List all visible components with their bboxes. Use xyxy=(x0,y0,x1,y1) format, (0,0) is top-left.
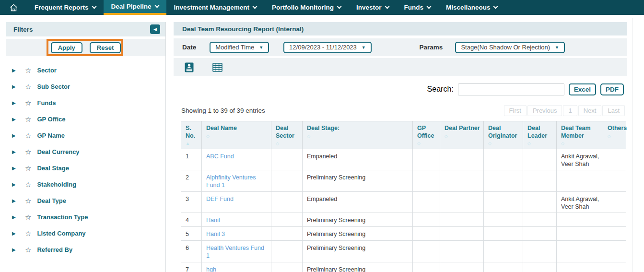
star-icon[interactable]: ☆ xyxy=(25,116,31,123)
column-header-deal-team-member[interactable]: Deal Team Member ◇ xyxy=(557,121,603,149)
star-icon[interactable]: ☆ xyxy=(25,213,31,221)
expand-arrow-icon[interactable]: ▶ xyxy=(12,166,19,171)
sidebar-item-gp-name[interactable]: ▶ ☆ GP Name xyxy=(6,127,165,143)
sidebar-item-funds[interactable]: ▶ ☆ Funds xyxy=(6,95,165,111)
cell-deal-originator xyxy=(484,241,523,262)
pagination-previous[interactable]: Previous xyxy=(527,105,562,116)
star-icon[interactable]: ☆ xyxy=(25,197,31,204)
cell-s-no: 6 xyxy=(181,241,202,262)
nav-item-label: Miscellaneous xyxy=(446,4,490,11)
column-header-label: GP Office xyxy=(417,125,434,139)
sidebar-item-gp-office[interactable]: ▶ ☆ GP Office xyxy=(6,111,165,127)
cell-deal-stage: Empaneled xyxy=(303,149,413,170)
nav-item-funds[interactable]: Funds xyxy=(397,0,439,15)
cell-others xyxy=(603,191,626,213)
column-header-deal-originator[interactable]: Deal Originator ◇ xyxy=(484,121,523,149)
pagination-page-1[interactable]: 1 xyxy=(563,105,577,116)
expand-arrow-icon[interactable]: ▶ xyxy=(12,84,19,89)
column-header-deal-partner[interactable]: Deal Partner ◇ xyxy=(440,121,484,149)
nav-item-deal-pipeline[interactable]: Deal Pipeline xyxy=(104,0,166,15)
expand-arrow-icon[interactable]: ▶ xyxy=(12,231,19,236)
nav-item-frequent-reports[interactable]: Frequent Reports xyxy=(27,0,104,15)
cell-gp-office xyxy=(413,227,440,241)
sidebar-item-listed-company[interactable]: ▶ ☆ Listed Company xyxy=(6,225,165,241)
expand-arrow-icon[interactable]: ▶ xyxy=(12,182,19,187)
expand-arrow-icon[interactable]: ▶ xyxy=(12,247,19,252)
sidebar-item-sector[interactable]: ▶ ☆ Sector xyxy=(6,62,165,78)
resource-report-view-button[interactable] xyxy=(185,62,194,72)
sidebar-item-sub-sector[interactable]: ▶ ☆ Sub Sector xyxy=(6,78,165,95)
star-icon[interactable]: ☆ xyxy=(25,181,31,188)
params-dropdown[interactable]: Stage(No Shadow Or Rejection) ▼ xyxy=(455,42,565,53)
star-icon[interactable]: ☆ xyxy=(25,246,31,253)
expand-arrow-icon[interactable]: ▶ xyxy=(12,149,19,154)
nav-item-label: Investment Management xyxy=(174,4,250,11)
star-icon[interactable]: ☆ xyxy=(25,83,31,90)
table-row: 6 Health Ventures Fund 1 Preliminary Scr… xyxy=(181,241,626,262)
deal-name-link[interactable]: Hanil xyxy=(202,213,271,227)
star-icon[interactable]: ☆ xyxy=(25,230,31,237)
star-icon[interactable]: ☆ xyxy=(25,99,31,106)
nav-item-miscellaneous[interactable]: Miscellaneous xyxy=(438,0,505,15)
pagination-last[interactable]: Last xyxy=(602,105,625,116)
deal-name-link[interactable]: DEF Fund xyxy=(202,191,271,213)
reset-button[interactable]: Reset xyxy=(90,42,121,53)
excel-export-button[interactable]: Excel xyxy=(569,83,596,95)
table-view-button[interactable] xyxy=(212,63,222,72)
column-header-s-no[interactable]: S. No. ▲ xyxy=(181,121,202,149)
nav-item-investment-management[interactable]: Investment Management xyxy=(166,0,265,15)
deal-name-link[interactable]: Alphfinity Ventures Fund 1 xyxy=(202,170,271,192)
sort-icon: ◇ xyxy=(561,141,600,146)
star-icon[interactable]: ☆ xyxy=(25,165,31,172)
params-group: Params Stage(No Shadow Or Rejection) ▼ xyxy=(420,42,565,53)
pagination-first[interactable]: First xyxy=(504,105,527,116)
column-header-deal-sector[interactable]: Deal Sector ◇ xyxy=(271,121,303,149)
cell-s-no: 1 xyxy=(181,149,202,170)
filters-header: Filters ◀ xyxy=(6,22,165,36)
column-header-gp-office[interactable]: GP Office ◇ xyxy=(413,121,440,149)
cell-gp-office xyxy=(413,149,440,170)
expand-arrow-icon[interactable]: ▶ xyxy=(12,68,19,73)
expand-arrow-icon[interactable]: ▶ xyxy=(12,117,19,122)
expand-arrow-icon[interactable]: ▶ xyxy=(12,198,19,203)
cell-deal-sector xyxy=(271,213,303,227)
date-type-dropdown[interactable]: Modified Time ▼ xyxy=(210,42,269,53)
expand-arrow-icon[interactable]: ▶ xyxy=(12,100,19,106)
star-icon[interactable]: ☆ xyxy=(25,132,31,139)
column-header-deal-leader[interactable]: Deal Leader ◇ xyxy=(523,121,557,149)
nav-item-portfolio-monitoring[interactable]: Portfolio Monitoring xyxy=(264,0,349,15)
deal-name-link[interactable]: Health Ventures Fund 1 xyxy=(202,241,271,262)
sidebar-item-stakeholding[interactable]: ▶ ☆ Stakeholding xyxy=(6,176,165,192)
deal-name-link[interactable]: hgh xyxy=(202,262,271,272)
search-input[interactable] xyxy=(458,83,564,95)
sidebar-item-transaction-type[interactable]: ▶ ☆ Transaction Type xyxy=(6,209,165,225)
star-icon[interactable]: ☆ xyxy=(25,148,31,155)
filter-label: Deal Currency xyxy=(37,148,79,155)
column-header-label: S. No. xyxy=(186,125,195,139)
star-icon[interactable]: ☆ xyxy=(25,67,31,74)
deal-name-link[interactable]: ABC Fund xyxy=(202,149,271,170)
date-range-dropdown[interactable]: 12/09/2023 - 11/12/2023 ▼ xyxy=(283,42,372,53)
sidebar-item-referred-by[interactable]: ▶ ☆ Referred By xyxy=(6,241,165,258)
column-header-deal-name[interactable]: Deal Name ◇ xyxy=(202,121,271,149)
apply-button[interactable]: Apply xyxy=(51,42,82,53)
pagination-next[interactable]: Next xyxy=(578,105,602,116)
column-header-others[interactable]: Others ◇ xyxy=(603,121,626,149)
showing-entries-text: Showing 1 to 39 of 39 entries xyxy=(181,107,503,114)
sidebar-item-deal-type[interactable]: ▶ ☆ Deal Type xyxy=(6,192,165,209)
cell-deal-team-member xyxy=(557,241,603,262)
home-button[interactable] xyxy=(0,0,27,15)
pdf-export-button[interactable]: PDF xyxy=(600,83,624,95)
deal-name-link[interactable]: Hanil 3 xyxy=(202,227,271,241)
expand-arrow-icon[interactable]: ▶ xyxy=(12,214,19,220)
column-header-label: Deal Originator xyxy=(488,125,517,139)
sidebar-item-deal-currency[interactable]: ▶ ☆ Deal Currency xyxy=(6,143,165,160)
nav-item-investor[interactable]: Investor xyxy=(349,0,397,15)
sidebar-item-deal-stage[interactable]: ▶ ☆ Deal Stage xyxy=(6,160,165,176)
collapse-sidebar-button[interactable]: ◀ xyxy=(150,24,160,34)
cell-deal-stage: Preliminary Screening xyxy=(303,170,413,192)
column-header-label: Deal Stage: xyxy=(307,125,340,131)
column-header-deal-stage[interactable]: Deal Stage: ◇ xyxy=(303,121,413,149)
right-divider-line xyxy=(632,18,632,272)
expand-arrow-icon[interactable]: ▶ xyxy=(12,133,19,138)
